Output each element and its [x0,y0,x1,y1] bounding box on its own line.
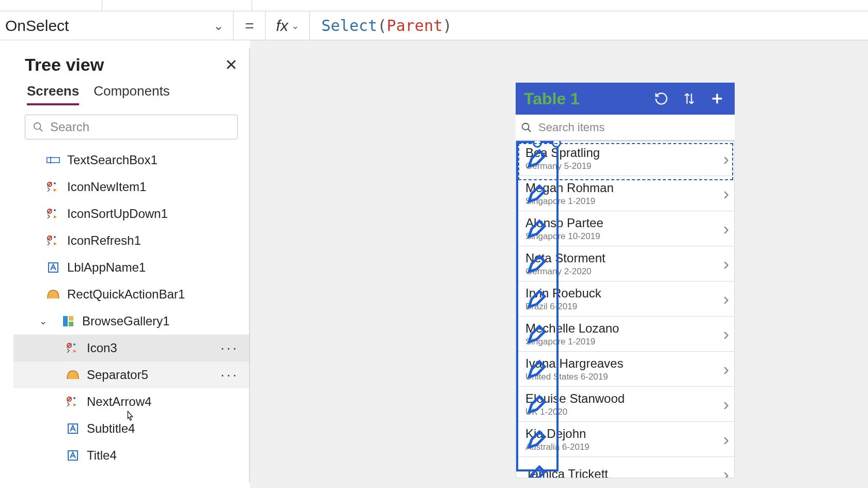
property-name: OnSelect [5,17,69,35]
search-icon [521,122,532,133]
pencil-icon [526,359,547,380]
chevron-right-icon[interactable]: › [723,324,729,344]
tree-node-gallery[interactable]: ⌄ BrowseGallery1 [13,308,249,335]
tree-view-panel: Tree view ✕ Screens Components Search Te… [13,49,250,482]
tree-item[interactable]: IconSortUpDown1 [13,200,249,227]
svg-point-0 [34,123,41,130]
tab-components[interactable]: Components [94,83,169,105]
chevron-right-icon[interactable]: › [723,254,729,274]
formula-fn: Select [321,17,377,35]
list-item-subtitle: UK 1-2020 [525,407,723,417]
property-dropdown[interactable]: OnSelect ⌄ [0,11,234,40]
chevron-right-icon[interactable]: › [723,183,729,203]
control-icon [66,341,80,355]
canvas-area[interactable]: Table 1 Search items Bea SpratlingGerman… [250,40,868,488]
list-item[interactable]: Alonso ParteeSingapore 10-2019› [516,211,734,246]
list-item-text: Megan RohmanSingapore 1-2019 [525,181,723,207]
pencil-icon [526,183,547,204]
close-icon[interactable]: ✕ [225,56,238,74]
list-item[interactable]: Irvin RoebuckBrazil 6-2019› [516,281,734,317]
tree-item[interactable]: Icon3··· [13,335,249,361]
formula-input[interactable]: Select(Parent) [310,17,868,35]
list-item-text: Tamica Trickett [525,467,723,479]
equals-cell: = [234,11,266,40]
formula-open: ( [377,17,386,35]
chevron-right-icon[interactable]: › [723,394,729,414]
tree-search[interactable]: Search [25,115,238,139]
add-icon[interactable] [707,88,727,109]
control-icon [47,261,60,274]
list-item-title: Irvin Roebuck [525,286,723,301]
tree-item[interactable]: LblAppName1 [13,254,249,281]
control-icon [47,180,60,194]
list-item[interactable]: Bea SpratlingGermany 5-2019› [516,141,734,176]
pencil-icon [526,429,547,450]
top-toolbar [0,0,868,11]
list-item-title: Megan Rohman [525,181,723,195]
tree-item[interactable]: NextArrow4 [13,388,249,415]
app-header: Table 1 [516,83,735,115]
tree-item-label: Icon3 [87,341,117,355]
list-item-title: Neta Storment [525,251,723,265]
refresh-icon[interactable] [651,88,672,109]
chevron-right-icon[interactable]: › [723,464,729,478]
tree-item[interactable]: RectQuickActionBar1 [13,281,249,308]
pencil-icon [526,218,547,239]
toolbar-segment [0,0,102,11]
tree-item-label: Title4 [87,448,117,463]
pencil-icon [526,289,547,309]
tree-item[interactable]: TextSearchBox1 [13,147,249,174]
svg-rect-2 [47,158,59,163]
list-item-subtitle: United States 6-2019 [525,372,723,382]
list-item[interactable]: Kia DejohnAustralia 6-2019› [516,422,734,457]
tree-item[interactable]: Separator5··· [13,361,249,388]
list-item-title: Elouise Stanwood [525,391,723,406]
control-icon [47,153,60,167]
tree-item[interactable]: Title4 [13,442,249,467]
search-icon [33,121,44,133]
list-item[interactable]: Tamica Trickett› [516,457,734,478]
list-item-title: Bea Spratling [525,146,723,160]
list-item-text: Neta StormentGermany 2-2020 [525,251,723,277]
list-item-text: Irvin RoebuckBrazil 6-2019 [525,286,723,312]
pencil-icon [526,394,547,415]
more-icon[interactable]: ··· [221,367,239,383]
chevron-down-icon: ⌄ [213,19,224,33]
tree-item-label: BrowseGallery1 [82,314,169,328]
chevron-right-icon[interactable]: › [723,149,729,169]
list-item-subtitle: Singapore 1-2019 [525,337,723,347]
tab-screens[interactable]: Screens [27,83,79,105]
tree-item-label: NextArrow4 [87,395,151,409]
list-item-title: Ivana Hargreaves [525,356,723,371]
svg-line-1 [40,129,43,132]
list-item[interactable]: Megan RohmanSingapore 1-2019› [516,176,734,211]
sort-icon[interactable] [679,88,700,109]
gallery-icon [61,314,75,328]
control-icon [47,207,60,221]
chevron-right-icon[interactable]: › [723,289,729,309]
tree-item[interactable]: IconRefresh1 [13,227,249,254]
svg-point-18 [522,123,529,130]
pencil-icon [526,254,547,274]
tree-list[interactable]: TextSearchBox1IconNewItem1IconSortUpDown… [13,147,249,467]
list-item[interactable]: Neta StormentGermany 2-2020› [516,246,734,281]
more-icon[interactable]: ··· [221,340,239,356]
list-item[interactable]: Elouise StanwoodUK 1-2020› [516,387,734,422]
list-item-subtitle: Germany 2-2020 [525,266,723,277]
chevron-right-icon[interactable]: › [723,218,729,239]
tree-item[interactable]: IconNewItem1 [13,174,249,200]
tree-item[interactable]: Subtitle4 [13,415,249,442]
app-search[interactable]: Search items [516,115,735,140]
list-item[interactable]: Mechelle LozanoSingapore 1-2019› [516,317,734,352]
svg-rect-8 [63,316,68,326]
chevron-right-icon[interactable]: › [723,429,729,449]
list-item-title: Kia Dejohn [525,427,723,441]
browse-gallery[interactable]: Bea SpratlingGermany 5-2019›Megan Rohman… [516,140,735,478]
list-item[interactable]: Ivana HargreavesUnited States 6-2019› [516,352,734,387]
fx-button[interactable]: fx ⌄ [266,11,310,40]
svg-rect-10 [69,322,73,326]
svg-rect-9 [69,316,73,321]
app-search-placeholder: Search items [538,121,605,134]
tree-item-label: Separator5 [87,368,148,382]
chevron-right-icon[interactable]: › [723,359,729,379]
